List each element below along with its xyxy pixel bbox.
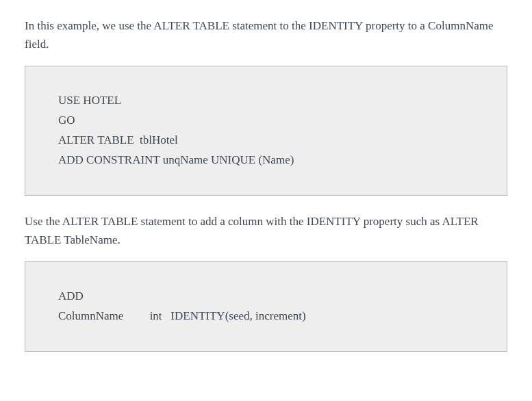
code-block-1: USE HOTEL GO ALTER TABLE tblHotel ADD CO… [25, 66, 507, 196]
intro-paragraph-2: Use the ALTER TABLE statement to add a c… [25, 212, 507, 249]
code-block-2: ADD ColumnName int IDENTITY(seed, increm… [25, 261, 507, 352]
intro-paragraph-1: In this example, we use the ALTER TABLE … [25, 16, 507, 53]
